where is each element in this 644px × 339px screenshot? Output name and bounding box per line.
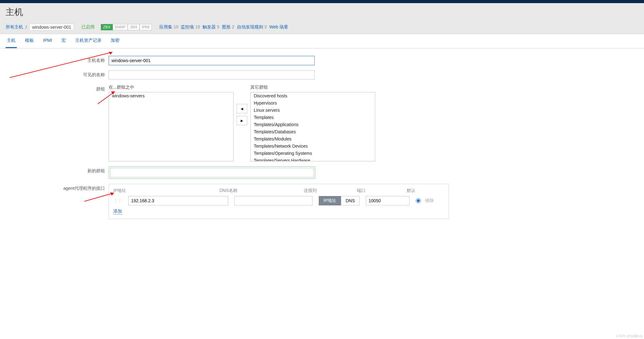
list-item[interactable]: Linux servers (251, 107, 375, 114)
new-group-input[interactable] (110, 168, 314, 177)
header: 主机 所有主机 / windows-server-001 已启用 ZBX SNM… (0, 3, 644, 34)
tab-macros[interactable]: 宏 (60, 34, 67, 48)
iface-header-port: 端口 (357, 188, 401, 194)
host-name-input[interactable] (109, 56, 315, 65)
list-item[interactable]: Discovered hosts (251, 92, 375, 100)
host-form: 主机名称 可见的名称 群组 在...群组之中 windows-servers (0, 48, 644, 219)
iface-port-input[interactable] (366, 196, 410, 205)
metric-applications[interactable]: 应用集10 (159, 24, 179, 30)
iface-remove-link[interactable]: 移除 (425, 198, 434, 204)
iface-dns-input[interactable] (234, 196, 312, 205)
tabs: 主机 模板 IPMI 宏 主机资产记录 加密 (0, 34, 644, 48)
metric-items[interactable]: 监控项19 (181, 24, 200, 30)
tab-ipmi[interactable]: IPMI (42, 34, 53, 48)
label-new-group: 新的群组 (6, 166, 109, 174)
list-item[interactable]: Templates/Servers Hardware (251, 157, 375, 161)
drag-handle-icon[interactable]: ⋮⋮ (113, 198, 122, 203)
list-item[interactable]: Templates/Network Devices (251, 143, 375, 150)
metric-discovery[interactable]: 自动发现规则3 (237, 24, 267, 30)
agent-interface-box: IP地址 DNS名称 连接到 端口 默认 ⋮⋮ IP地址 DNS (109, 184, 449, 219)
availability-badges: ZBX SNMP JMX IPMI (101, 24, 152, 30)
metric-graphs[interactable]: 图形2 (222, 24, 234, 30)
list-item[interactable]: Templates/Modules (251, 135, 375, 143)
connect-dns-button[interactable]: DNS (341, 196, 360, 205)
breadcrumb-host-chip[interactable]: windows-server-001 (29, 24, 74, 31)
move-right-button[interactable]: ► (237, 116, 247, 125)
list-item[interactable]: windows-servers (109, 92, 233, 100)
label-visible-name: 可见的名称 (6, 70, 109, 78)
list-item[interactable]: Templates (251, 114, 375, 121)
interface-row: ⋮⋮ IP地址 DNS 移除 (113, 196, 444, 205)
new-group-highlight (109, 166, 315, 179)
list-item[interactable]: Templates/Databases (251, 128, 375, 135)
iface-header-default: 默认 (407, 188, 435, 194)
breadcrumb: 所有主机 / windows-server-001 已启用 ZBX SNMP J… (6, 22, 638, 34)
iface-header-ip: IP地址 (113, 188, 213, 194)
list-item[interactable]: Hypervisors (251, 100, 375, 107)
iface-ip-input[interactable] (128, 196, 228, 205)
breadcrumb-all-hosts[interactable]: 所有主机 (6, 24, 23, 30)
list-item[interactable]: Templates/Operating Systems (251, 150, 375, 157)
iface-header-connect: 连接到 (304, 188, 351, 194)
svg-marker-1 (109, 52, 112, 55)
tab-host[interactable]: 主机 (6, 34, 17, 48)
availability-snmp: SNMP (113, 24, 128, 30)
label-host-name: 主机名称 (6, 56, 109, 63)
availability-ipmi: IPMI (140, 24, 152, 30)
availability-zbx: ZBX (101, 24, 112, 30)
connect-ip-button[interactable]: IP地址 (319, 196, 341, 205)
availability-jmx: JMX (128, 24, 140, 30)
tab-encryption[interactable]: 加密 (110, 34, 121, 48)
move-left-button[interactable]: ◄ (237, 104, 247, 113)
top-nav-bar (0, 0, 644, 3)
metric-web[interactable]: Web 场景 (269, 24, 289, 30)
other-groups-listbox[interactable]: Discovered hosts Hypervisors Linux serve… (250, 92, 375, 161)
iface-add-link[interactable]: 添加 (113, 209, 122, 214)
page-title: 主机 (6, 6, 638, 22)
label-groups: 群组 (6, 85, 109, 92)
label-in-groups: 在...群组之中 (109, 85, 234, 90)
content: 主机 模板 IPMI 宏 主机资产记录 加密 主机名称 可见的名称 群组 (0, 34, 644, 237)
tab-templates[interactable]: 模板 (24, 34, 35, 48)
list-item[interactable]: Templates/Applications (251, 121, 375, 128)
connect-to-toggle: IP地址 DNS (319, 196, 360, 205)
iface-header-dns: DNS名称 (219, 188, 297, 194)
in-groups-listbox[interactable]: windows-servers (109, 92, 234, 161)
tab-inventory[interactable]: 主机资产记录 (74, 34, 103, 48)
label-agent-interface: agent代理程序的接口 (6, 184, 109, 191)
breadcrumb-separator: / (26, 25, 27, 30)
status-enabled: 已启用 (81, 24, 95, 30)
metric-triggers[interactable]: 触发器9 (203, 24, 219, 30)
iface-default-radio[interactable] (416, 198, 421, 203)
visible-name-input[interactable] (109, 70, 315, 80)
label-other-groups: 其它群组 (250, 85, 375, 90)
